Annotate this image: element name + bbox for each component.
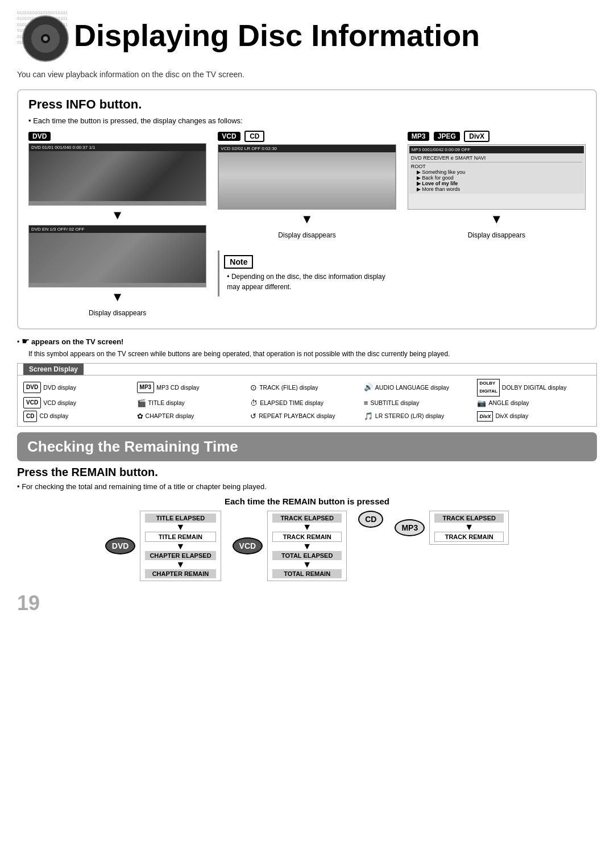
remain-title: Press the REMAIN button. bbox=[17, 466, 597, 479]
sd-stereo-icon: 🎵 bbox=[364, 410, 373, 423]
sd-subtitle-icon: ≡ bbox=[364, 397, 368, 410]
sd-subtitle-text: SUBTITLE display bbox=[370, 398, 419, 408]
dvd-arrow-1: ▼ bbox=[111, 208, 124, 223]
mp3-flow-arrow-1: ▼ bbox=[464, 523, 474, 532]
sd-track-text: TRACK (FILE) display bbox=[259, 382, 318, 393]
info-description: • Each time the button is pressed, the d… bbox=[28, 116, 586, 125]
sd-item-mp3: MP3 MP3 CD display bbox=[137, 379, 251, 397]
vcd-screenshot: VCD 02/02 LR OFF 0:02:30 bbox=[218, 144, 396, 210]
sd-title-text: TITLE display bbox=[148, 398, 185, 408]
sd-vcd-text: VCD display bbox=[43, 398, 76, 408]
info-title: Press INFO button. bbox=[28, 97, 586, 112]
mp3-step-1: TRACK ELAPSED bbox=[434, 514, 504, 523]
sd-cd-text: CD display bbox=[39, 411, 68, 422]
screen-display-grid: DVD DVD display MP3 MP3 CD display ⊙ TRA… bbox=[18, 375, 596, 427]
mp3-badge: MP3 bbox=[408, 132, 430, 141]
sd-chapter-icon: ✿ bbox=[137, 410, 143, 423]
sd-chapter-text: CHAPTER display bbox=[146, 411, 194, 422]
sd-angle-text: ANGLE display bbox=[488, 398, 529, 408]
vcd-flow-col: VCD TRACK ELAPSED ▼ TRACK REMAIN ▼ TOTAL… bbox=[233, 511, 347, 581]
mp3-display-disappears: Display disappears bbox=[468, 231, 525, 239]
sd-audio-text: AUDIO LANGUAGE display bbox=[375, 382, 449, 393]
note-text: • Depending on the disc, the disc inform… bbox=[224, 272, 391, 292]
sd-item-title: 🎬 TITLE display bbox=[137, 397, 251, 410]
remain-section: Press the REMAIN button. • For checking … bbox=[0, 461, 614, 586]
vcd-step-1: TRACK ELAPSED bbox=[272, 514, 342, 523]
header-subtitle: You can view playback information on the… bbox=[0, 67, 614, 85]
mp3-flow-steps: TRACK ELAPSED ▼ TRACK REMAIN bbox=[429, 511, 509, 545]
vcd-step-4: TOTAL REMAIN bbox=[272, 569, 342, 578]
vcd-flow-badge: VCD bbox=[233, 537, 263, 554]
info-title-suffix: button. bbox=[96, 97, 142, 111]
jpeg-badge: JPEG bbox=[434, 132, 460, 141]
dvd-bar-2: DVD EN 1/3 OFF/ 02 OFF bbox=[29, 226, 206, 233]
sd-item-repeat: ↺ REPEAT PLAYBACK display bbox=[250, 410, 364, 423]
sd-vcd-badge: VCD bbox=[23, 397, 41, 408]
dvd-flow-col: DVD TITLE ELAPSED ▼ TITLE REMAIN ▼ CHAPT… bbox=[105, 511, 221, 581]
sd-dolby-badge: DOLBYDIGITAL bbox=[477, 379, 499, 397]
dvd-screenshot-1: DVD 01/01 001/040 0:00:37 1/1 bbox=[28, 143, 206, 206]
remain-desc: • For checking the total and remaining t… bbox=[17, 482, 597, 491]
dvd-step-4: CHAPTER REMAIN bbox=[145, 569, 215, 578]
mp3-bar: MP3 0001/0042 0:00:09 OFF bbox=[409, 146, 584, 153]
mp3-screenshot: MP3 0001/0042 0:00:09 OFF DVD RECEIVER e… bbox=[408, 144, 586, 210]
vcd-arrow: ▼ bbox=[301, 212, 313, 227]
dvd-step-1: TITLE ELAPSED bbox=[145, 514, 215, 523]
sd-item-divx: DivX DivX display bbox=[477, 410, 591, 423]
screen-display-header-row: Screen Display bbox=[18, 364, 596, 375]
disc-icon: 0101010101010101010101010101010101010101… bbox=[17, 10, 68, 61]
dvd-badge: DVD bbox=[28, 132, 51, 141]
tv-note-section: • ☛ appears on the TV screen! If this sy… bbox=[17, 334, 597, 360]
cd-flow-badge: CD bbox=[358, 511, 383, 528]
dvd-flow-arrow-2: ▼ bbox=[176, 542, 185, 551]
checking-title: Checking the Remaining Time bbox=[27, 438, 587, 456]
sd-mp3-badge: MP3 bbox=[137, 382, 155, 393]
page-title: Displaying Disc Information bbox=[74, 19, 480, 52]
vcd-flow-arrow-2: ▼ bbox=[302, 542, 312, 551]
sd-repeat-icon: ↺ bbox=[250, 410, 256, 423]
vcd-bar: VCD 02/02 LR OFF 0:02:30 bbox=[218, 145, 395, 152]
dvd-flow-arrow-1: ▼ bbox=[176, 523, 185, 532]
note-label: Note bbox=[224, 255, 253, 269]
screen-display-header: Screen Display bbox=[23, 364, 84, 375]
dvd-arrow-2: ▼ bbox=[111, 290, 124, 304]
sd-item-cd: CD CD display bbox=[23, 410, 137, 423]
note-container: Note • Depending on the disc, the disc i… bbox=[218, 251, 396, 297]
sd-dolby-text: DOLBY DIGITAL display bbox=[502, 382, 567, 393]
sd-item-chapter: ✿ CHAPTER display bbox=[137, 410, 251, 423]
sd-track-icon: ⊙ bbox=[250, 381, 257, 395]
dvd-flow-steps: TITLE ELAPSED ▼ TITLE REMAIN ▼ CHAPTER E… bbox=[140, 511, 221, 581]
screenshots-row: DVD DVD 01/01 001/040 0:00:37 1/1 ▼ DVD … bbox=[28, 131, 586, 317]
vcd-flow-arrow-1: ▼ bbox=[302, 523, 312, 532]
press-info-section: Press INFO button. • Each time the butto… bbox=[17, 89, 597, 329]
dvd-bar-1: DVD 01/01 001/040 0:00:37 1/1 bbox=[29, 144, 206, 151]
sd-item-stereo: 🎵 LR STEREO (L/R) display bbox=[364, 410, 478, 423]
sd-angle-icon: 📷 bbox=[477, 397, 486, 410]
mp3-flow-badge: MP3 bbox=[395, 519, 425, 536]
vcd-display-disappears: Display disappears bbox=[278, 231, 335, 239]
info-title-bold: INFO bbox=[66, 97, 96, 111]
sd-stereo-text: LR STEREO (L/R) display bbox=[375, 411, 444, 422]
dvd-col: DVD DVD 01/01 001/040 0:00:37 1/1 ▼ DVD … bbox=[28, 131, 206, 317]
svg-point-3 bbox=[43, 36, 48, 41]
sd-item-dvd: DVD DVD display bbox=[23, 379, 137, 397]
each-time-title: Each time the REMAIN button is pressed bbox=[17, 496, 597, 506]
cd-badge: CD bbox=[244, 131, 264, 142]
page-header: 0101010101010101010101010101010101010101… bbox=[0, 0, 614, 67]
sd-divx-badge: DivX bbox=[477, 411, 493, 422]
dvd-display-disappears: Display disappears bbox=[89, 309, 146, 317]
mp3-col: MP3 JPEG DivX MP3 0001/0042 0:00:09 OFF … bbox=[408, 131, 586, 317]
vcd-flow-arrow-3: ▼ bbox=[302, 560, 312, 569]
sd-dvd-badge: DVD bbox=[23, 382, 41, 393]
vcd-badge: VCD bbox=[218, 132, 240, 141]
page-number: 19 bbox=[0, 586, 614, 621]
sd-item-elapsed: ⏱ ELAPSED TIME display bbox=[250, 397, 364, 410]
vcd-flow-steps: TRACK ELAPSED ▼ TRACK REMAIN ▼ TOTAL ELA… bbox=[267, 511, 347, 581]
vcd-step-3: TOTAL ELAPSED bbox=[272, 551, 342, 560]
dvd-step-3: CHAPTER ELAPSED bbox=[145, 551, 215, 560]
checking-section-header: Checking the Remaining Time bbox=[17, 432, 597, 461]
mp3-step-2: TRACK REMAIN bbox=[434, 532, 504, 542]
sd-dvd-text: DVD display bbox=[43, 382, 76, 393]
sd-repeat-text: REPEAT PLAYBACK display bbox=[259, 411, 335, 422]
sd-cd-badge: CD bbox=[23, 411, 37, 422]
